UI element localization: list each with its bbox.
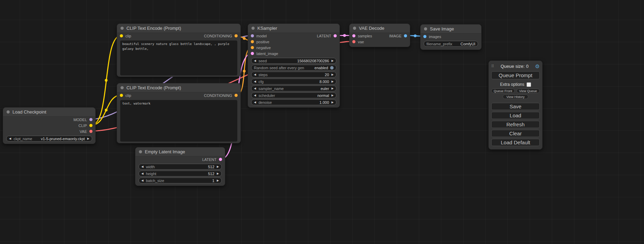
collapse-dot-icon[interactable] bbox=[121, 27, 124, 30]
widget-decrement-arrow-icon[interactable]: ◀ bbox=[254, 101, 256, 104]
view-queue-button[interactable]: View Queue bbox=[517, 89, 540, 93]
input-slot-latent-image[interactable] bbox=[251, 52, 254, 55]
collapse-dot-icon[interactable] bbox=[139, 150, 142, 153]
widget-batch-size[interactable]: ◀ batch_size 1 ▶ bbox=[139, 178, 222, 183]
node-clip-text-encode-negative[interactable]: CLIP Text Encode (Prompt) clip CONDITION… bbox=[117, 83, 241, 143]
toggle-dot-icon[interactable] bbox=[330, 66, 334, 70]
refresh-button[interactable]: Refresh bbox=[491, 121, 540, 128]
output-slot-vae[interactable] bbox=[89, 130, 92, 133]
widget-steps[interactable]: ◀ steps 20 ▶ bbox=[251, 72, 336, 78]
negative-prompt-textarea[interactable]: text, watermark bbox=[120, 100, 237, 142]
extra-options-checkbox[interactable] bbox=[527, 82, 531, 87]
widget-denoise[interactable]: ◀ denoise 1.000 ▶ bbox=[251, 99, 336, 105]
output-slot-image[interactable] bbox=[404, 34, 407, 37]
node-empty-latent-image[interactable]: Empty Latent Image LATENT ◀ width 512 ▶ … bbox=[135, 147, 225, 186]
widget-name: steps bbox=[258, 73, 267, 77]
widget-increment-arrow-icon[interactable]: ▶ bbox=[217, 172, 219, 175]
input-slot-vae[interactable] bbox=[352, 40, 355, 43]
widget-name: sampler_name bbox=[258, 87, 284, 91]
node-vae-decode[interactable]: VAE Decode samples IMAGE vae bbox=[349, 24, 410, 47]
widget-increment-arrow-icon[interactable]: ▶ bbox=[332, 80, 334, 83]
collapse-dot-icon[interactable] bbox=[7, 110, 10, 114]
node-title-bar[interactable]: KSampler bbox=[248, 24, 339, 33]
save-button[interactable]: Save bbox=[491, 103, 540, 110]
input-slot-negative[interactable] bbox=[251, 46, 254, 49]
clear-button[interactable]: Clear bbox=[491, 130, 540, 137]
widget-seed[interactable]: ◀ seed 156680208700286 ▶ bbox=[251, 58, 336, 64]
output-slot-label: MODEL bbox=[73, 118, 87, 122]
load-button[interactable]: Load bbox=[491, 112, 540, 119]
collapse-dot-icon[interactable] bbox=[424, 27, 427, 30]
extra-options-label: Extra options bbox=[500, 82, 524, 87]
output-slot-clip[interactable] bbox=[89, 124, 92, 127]
widget-height[interactable]: ◀ height 512 ▶ bbox=[139, 171, 222, 177]
output-slot-conditioning[interactable] bbox=[235, 34, 238, 37]
widget-increment-arrow-icon[interactable]: ▶ bbox=[332, 87, 334, 90]
widget-decrement-arrow-icon[interactable]: ◀ bbox=[254, 80, 256, 83]
widget-decrement-arrow-icon[interactable]: ◀ bbox=[141, 179, 143, 182]
queue-prompt-button[interactable]: Queue Prompt bbox=[491, 71, 540, 79]
widget-increment-arrow-icon[interactable]: ▶ bbox=[332, 94, 334, 97]
view-history-button[interactable]: View History bbox=[503, 94, 528, 99]
node-title-bar[interactable]: Empty Latent Image bbox=[135, 147, 225, 156]
queue-panel: ⠿ Queue size: 0 ⚙ Queue Prompt Extra opt… bbox=[488, 61, 542, 150]
widget-increment-arrow-icon[interactable]: ▶ bbox=[217, 165, 219, 168]
widget-value: 1 bbox=[212, 179, 214, 183]
widget-sampler-name[interactable]: ◀ sampler_name euler ▶ bbox=[251, 85, 336, 91]
node-ksampler[interactable]: KSampler model LATENT positive negative … bbox=[248, 24, 340, 108]
node-title-bar[interactable]: CLIP Text Encode (Prompt) bbox=[117, 24, 240, 33]
widget-decrement-arrow-icon[interactable]: ◀ bbox=[254, 87, 256, 90]
collapse-dot-icon[interactable] bbox=[252, 27, 255, 30]
widget-increment-arrow-icon[interactable]: ▶ bbox=[217, 179, 219, 182]
slot-row: images bbox=[421, 34, 481, 39]
widget-increment-arrow-icon[interactable]: ▶ bbox=[87, 137, 89, 140]
output-slot-model[interactable] bbox=[89, 118, 92, 121]
output-slot-latent[interactable] bbox=[334, 34, 337, 37]
widget-decrement-arrow-icon[interactable]: ◀ bbox=[254, 60, 256, 62]
node-clip-text-encode-positive[interactable]: CLIP Text Encode (Prompt) clip CONDITION… bbox=[117, 24, 241, 77]
widget-increment-arrow-icon[interactable]: ▶ bbox=[332, 101, 334, 104]
widget-decrement-arrow-icon[interactable]: ◀ bbox=[141, 165, 143, 168]
widget-value: 512 bbox=[208, 165, 214, 169]
widget-random-seed-toggle[interactable]: Random seed after every gen enabled bbox=[251, 65, 336, 71]
widget-scheduler[interactable]: ◀ scheduler normal ▶ bbox=[251, 92, 336, 98]
widget-width[interactable]: ◀ width 512 ▶ bbox=[139, 164, 222, 170]
widget-increment-arrow-icon[interactable]: ▶ bbox=[332, 73, 334, 76]
positive-prompt-textarea[interactable]: beautiful scenery nature glass bottle la… bbox=[120, 40, 237, 75]
input-slot-clip[interactable] bbox=[120, 94, 123, 97]
drag-handle-icon[interactable]: ⠿ bbox=[491, 64, 494, 69]
output-slot-label: LATENT bbox=[202, 157, 217, 162]
widget-name: seed bbox=[258, 59, 267, 63]
widget-decrement-arrow-icon[interactable]: ◀ bbox=[254, 94, 256, 97]
widget-cfg[interactable]: ◀ cfg 8.000 ▶ bbox=[251, 79, 336, 84]
widget-decrement-arrow-icon[interactable]: ◀ bbox=[254, 73, 256, 76]
widget-decrement-arrow-icon[interactable]: ◀ bbox=[9, 137, 11, 140]
input-slot-positive[interactable] bbox=[251, 40, 254, 43]
input-slot-clip[interactable] bbox=[120, 34, 123, 37]
node-title-bar[interactable]: CLIP Text Encode (Prompt) bbox=[117, 83, 240, 92]
input-slot-model[interactable] bbox=[251, 34, 254, 37]
widget-ckpt-name[interactable]: ◀ ckpt_name v1-5-pruned-emaonly.ckpt ▶ bbox=[6, 136, 92, 142]
widget-value: ComfyUI bbox=[460, 42, 475, 46]
widget-name: cfg bbox=[258, 80, 264, 84]
settings-gear-icon[interactable]: ⚙ bbox=[535, 64, 540, 69]
collapse-dot-icon[interactable] bbox=[121, 86, 124, 89]
input-slot-samples[interactable] bbox=[352, 34, 355, 37]
output-slot-label: IMAGE bbox=[389, 34, 402, 38]
node-save-image[interactable]: Save Image images filename_prefix ComfyU… bbox=[420, 24, 482, 50]
node-load-checkpoint[interactable]: Load Checkpoint MODEL CLIP VAE ◀ ckpt_na… bbox=[3, 107, 96, 144]
collapse-dot-icon[interactable] bbox=[353, 27, 356, 30]
widget-filename-prefix[interactable]: filename_prefix ComfyUI bbox=[424, 41, 478, 47]
input-slot-images[interactable] bbox=[423, 35, 426, 38]
slot-row: latent_image bbox=[248, 51, 339, 56]
queue-panel-header: ⠿ Queue size: 0 ⚙ bbox=[491, 63, 540, 69]
output-slot-conditioning[interactable] bbox=[235, 94, 238, 97]
queue-front-button[interactable]: Queue Front bbox=[491, 89, 515, 93]
widget-decrement-arrow-icon[interactable]: ◀ bbox=[141, 172, 143, 175]
output-slot-latent[interactable] bbox=[219, 158, 222, 161]
node-title-bar[interactable]: Save Image bbox=[421, 25, 481, 34]
widget-increment-arrow-icon[interactable]: ▶ bbox=[332, 60, 334, 62]
load-default-button[interactable]: Load Default bbox=[491, 139, 540, 146]
node-title-bar[interactable]: VAE Decode bbox=[350, 24, 410, 33]
node-title-bar[interactable]: Load Checkpoint bbox=[3, 108, 95, 117]
